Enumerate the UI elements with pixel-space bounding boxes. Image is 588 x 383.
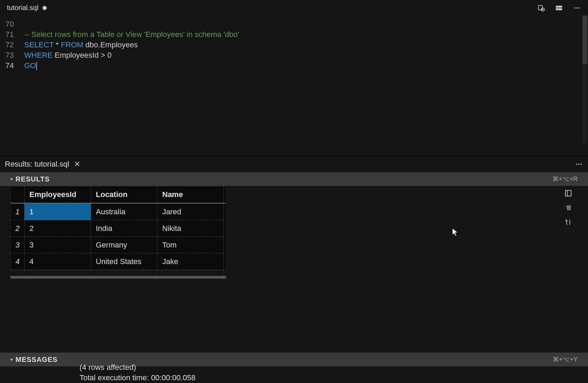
grid-column-header[interactable]: Location bbox=[91, 186, 157, 203]
code-line[interactable]: 74GO bbox=[0, 60, 588, 71]
grid-corner-cell[interactable] bbox=[11, 186, 25, 203]
maximize-icon[interactable] bbox=[564, 189, 573, 198]
chevron-down-icon: ▾ bbox=[10, 357, 13, 362]
messages-rows-affected: (4 rows affected) bbox=[80, 362, 578, 373]
code-line[interactable]: 73WHERE EmployeesId > 0 bbox=[0, 50, 588, 60]
code-editor[interactable]: 7071-- Select rows from a Table or View … bbox=[0, 16, 588, 156]
grid-cell[interactable]: Jake bbox=[157, 253, 224, 270]
code-line[interactable]: 72SELECT * FROM dbo.Employees bbox=[0, 40, 588, 50]
code-content[interactable]: GO bbox=[24, 60, 37, 71]
more-actions-icon[interactable] bbox=[573, 4, 581, 12]
results-panel: ▾ RESULTS ⌘+⌥+R EmployeesIdLocationName1… bbox=[0, 172, 588, 383]
line-number: 71 bbox=[0, 29, 24, 40]
svg-rect-0 bbox=[539, 5, 542, 10]
grid-cell[interactable]: United States bbox=[91, 253, 157, 270]
svg-point-8 bbox=[578, 164, 580, 165]
results-section-title: RESULTS bbox=[16, 175, 50, 183]
export-json-icon[interactable] bbox=[564, 218, 573, 227]
svg-point-5 bbox=[576, 7, 578, 9]
export-csv-icon[interactable] bbox=[564, 204, 573, 212]
chevron-down-icon: ▾ bbox=[10, 176, 13, 182]
grid-cell[interactable]: 1 bbox=[25, 204, 91, 220]
editor-tab[interactable]: tutorial.sql bbox=[3, 0, 50, 16]
messages-section-title: MESSAGES bbox=[16, 356, 57, 364]
grid-cell[interactable]: Jared bbox=[157, 204, 224, 220]
messages-exec-time: Total execution time: 00:00:00.058 bbox=[80, 373, 578, 383]
line-number: 70 bbox=[0, 19, 24, 29]
editor-scroll-marker bbox=[586, 119, 587, 121]
svg-rect-3 bbox=[556, 8, 562, 10]
grid-cell[interactable]: 2 bbox=[25, 220, 91, 237]
results-grid-wrap: EmployeesIdLocationName11AustraliaJared2… bbox=[10, 186, 578, 353]
tab-actions bbox=[537, 4, 585, 12]
row-number-cell[interactable]: 3 bbox=[11, 237, 25, 253]
grid-column-header[interactable]: Name bbox=[157, 186, 224, 203]
results-tab-label: Results: tutorial.sql bbox=[5, 160, 69, 169]
table-row[interactable]: 44United StatesJake bbox=[11, 253, 226, 270]
editor-scroll-thumb[interactable] bbox=[582, 16, 587, 64]
table-row[interactable]: 22IndiaNikita bbox=[11, 220, 226, 237]
changes-icon[interactable] bbox=[537, 4, 545, 12]
results-grid[interactable]: EmployeesIdLocationName11AustraliaJared2… bbox=[10, 186, 226, 270]
svg-point-6 bbox=[579, 7, 580, 9]
line-number: 74 bbox=[0, 60, 24, 71]
line-number: 73 bbox=[0, 50, 24, 60]
grid-side-actions bbox=[564, 189, 573, 227]
grid-header-row: EmployeesIdLocationName bbox=[11, 186, 226, 204]
svg-rect-2 bbox=[556, 6, 562, 7]
tab-modified-dot bbox=[43, 6, 47, 10]
split-editor-icon[interactable] bbox=[555, 4, 563, 12]
code-content[interactable]: -- Select rows from a Table or View 'Emp… bbox=[24, 29, 239, 40]
row-number-cell[interactable]: 1 bbox=[11, 204, 25, 220]
svg-point-7 bbox=[576, 164, 578, 165]
code-content[interactable]: SELECT * FROM dbo.Employees bbox=[24, 40, 138, 50]
results-section-header[interactable]: ▾ RESULTS ⌘+⌥+R bbox=[0, 172, 588, 186]
grid-column-header[interactable]: EmployeesId bbox=[25, 186, 91, 203]
table-row[interactable]: 11AustraliaJared bbox=[11, 204, 226, 220]
results-tab[interactable]: Results: tutorial.sql ✕ bbox=[5, 160, 80, 169]
grid-cell[interactable]: 4 bbox=[25, 253, 91, 270]
text-cursor bbox=[36, 62, 37, 70]
line-number: 72 bbox=[0, 40, 24, 50]
tab-filename: tutorial.sql bbox=[7, 4, 38, 12]
grid-cell[interactable]: Tom bbox=[157, 237, 224, 253]
grid-cell[interactable]: Nikita bbox=[157, 220, 224, 237]
results-more-icon[interactable] bbox=[575, 160, 583, 168]
editor-minimap-scroll[interactable] bbox=[582, 16, 587, 143]
table-row[interactable]: 33GermanyTom bbox=[11, 237, 226, 253]
close-icon[interactable]: ✕ bbox=[74, 160, 80, 169]
grid-bottom-divider bbox=[10, 276, 226, 279]
results-tab-bar: Results: tutorial.sql ✕ bbox=[0, 156, 588, 172]
row-number-cell[interactable]: 4 bbox=[11, 253, 25, 270]
grid-cell[interactable]: Australia bbox=[91, 204, 157, 220]
svg-rect-10 bbox=[566, 190, 571, 196]
results-shortcut: ⌘+⌥+R bbox=[552, 175, 578, 183]
messages-content: (4 rows affected) Total execution time: … bbox=[10, 366, 578, 383]
code-line[interactable]: 70 bbox=[0, 19, 588, 29]
grid-cell[interactable]: 3 bbox=[25, 237, 91, 253]
code-line[interactable]: 71-- Select rows from a Table or View 'E… bbox=[0, 29, 588, 40]
row-number-cell[interactable]: 2 bbox=[11, 220, 25, 237]
grid-cell[interactable]: Germany bbox=[91, 237, 157, 253]
svg-point-4 bbox=[574, 7, 576, 9]
editor-tab-bar: tutorial.sql bbox=[0, 0, 588, 16]
svg-point-9 bbox=[581, 164, 582, 165]
grid-cell[interactable]: India bbox=[91, 220, 157, 237]
code-content[interactable]: WHERE EmployeesId > 0 bbox=[24, 50, 112, 60]
